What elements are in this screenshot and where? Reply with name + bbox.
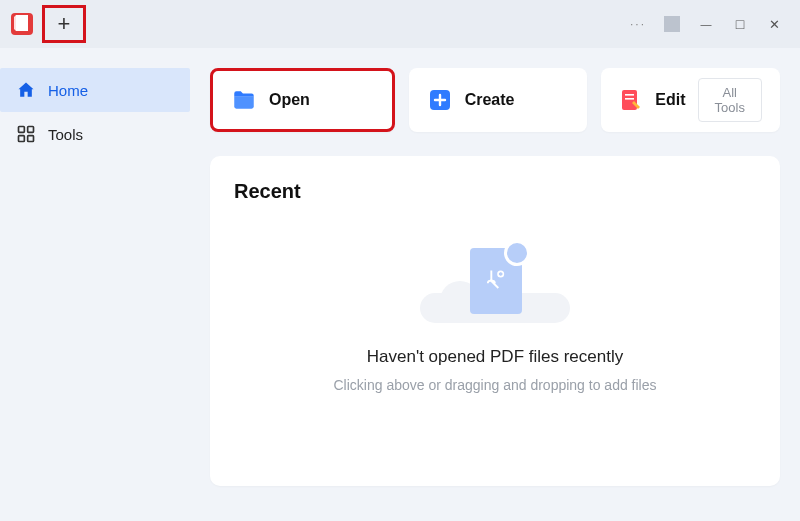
divider — [664, 16, 680, 32]
edit-icon — [619, 87, 643, 113]
svg-rect-6 — [622, 90, 637, 110]
folder-icon — [231, 87, 257, 113]
sidebar: Home Tools — [0, 48, 190, 521]
edit-label[interactable]: Edit — [655, 91, 685, 109]
all-tools-button[interactable]: All Tools — [698, 78, 762, 122]
recent-title: Recent — [234, 180, 756, 203]
svg-rect-2 — [28, 127, 34, 133]
sidebar-item-label: Home — [48, 82, 88, 99]
sidebar-item-home[interactable]: Home — [0, 68, 190, 112]
sidebar-item-tools[interactable]: Tools — [0, 112, 190, 156]
create-label: Create — [465, 91, 515, 109]
minimize-button[interactable]: — — [698, 16, 714, 32]
new-tab-button[interactable]: + — [42, 5, 86, 43]
svg-rect-3 — [19, 136, 25, 142]
svg-rect-7 — [625, 94, 634, 96]
home-icon — [16, 80, 36, 100]
empty-headline: Haven't opened PDF files recently — [367, 347, 624, 367]
main: Home Tools Open Create — [0, 48, 800, 521]
content: Open Create Edit All Tools Recent — [190, 48, 800, 521]
open-label: Open — [269, 91, 310, 109]
sidebar-item-label: Tools — [48, 126, 83, 143]
titlebar-left: + — [8, 5, 86, 43]
plus-icon: + — [58, 11, 71, 37]
create-button[interactable]: Create — [409, 68, 588, 132]
app-logo-icon — [8, 10, 36, 38]
empty-illustration — [450, 253, 540, 323]
titlebar: + ··· — □ ✕ — [0, 0, 800, 48]
recent-empty-state[interactable]: Haven't opened PDF files recently Clicki… — [234, 253, 756, 393]
tools-icon — [16, 124, 36, 144]
recent-panel: Recent Haven't opened PDF files recently… — [210, 156, 780, 486]
svg-rect-8 — [625, 98, 634, 100]
edit-button-card: Edit All Tools — [601, 68, 780, 132]
pdf-file-icon — [470, 248, 522, 314]
empty-subtext: Clicking above or dragging and dropping … — [334, 377, 657, 393]
svg-rect-4 — [28, 136, 34, 142]
open-button[interactable]: Open — [210, 68, 395, 132]
close-button[interactable]: ✕ — [766, 16, 782, 32]
create-plus-icon — [427, 87, 453, 113]
maximize-button[interactable]: □ — [732, 16, 748, 32]
more-icon[interactable]: ··· — [630, 16, 646, 32]
svg-rect-1 — [19, 127, 25, 133]
window-controls: ··· — □ ✕ — [630, 16, 796, 32]
action-row: Open Create Edit All Tools — [210, 68, 780, 132]
